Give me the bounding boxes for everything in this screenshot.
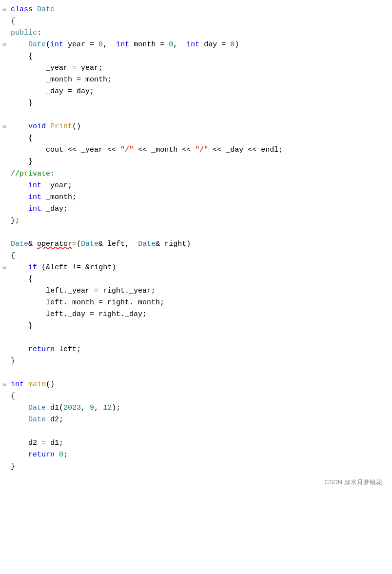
code-line: { — [0, 51, 392, 62]
code-line: _day = day; — [0, 86, 392, 98]
code-content: { — [9, 133, 33, 144]
code-line — [0, 426, 392, 437]
fold-space — [0, 332, 9, 334]
code-content: int _day; — [9, 203, 68, 215]
fold-space — [0, 180, 9, 181]
code-content: return 0; — [9, 449, 68, 460]
code-content: cout << _year << "/" << _month << "/" <<… — [9, 144, 283, 156]
code-content: } — [9, 98, 33, 109]
code-content: _day = day; — [9, 86, 94, 97]
code-line: } — [0, 320, 392, 332]
code-line: _month = month; — [0, 74, 392, 86]
code-line: Date d2; — [0, 414, 392, 426]
code-content: { — [9, 51, 33, 62]
code-line: return 0; — [0, 449, 392, 461]
code-content: { — [9, 16, 15, 27]
code-content — [9, 367, 15, 378]
code-content — [9, 227, 15, 238]
code-content: }; — [9, 215, 20, 226]
fold-space — [0, 16, 9, 17]
code-line: int _year; — [0, 180, 392, 192]
fold-space — [0, 356, 9, 357]
fold-icon[interactable]: ⊟ — [0, 379, 9, 390]
code-line: ⊟ void Print() — [0, 121, 392, 133]
fold-space — [0, 192, 9, 193]
code-line: } — [0, 356, 392, 367]
code-line: } — [0, 461, 392, 473]
fold-space — [0, 414, 9, 416]
fold-icon[interactable]: ⊟ — [0, 121, 9, 132]
fold-space — [0, 320, 9, 322]
fold-space — [0, 437, 9, 439]
fold-space — [0, 461, 9, 462]
code-content: if (&left != &right) — [9, 262, 116, 273]
code-content — [9, 426, 15, 437]
fold-space — [0, 62, 9, 64]
code-content: } — [9, 356, 15, 367]
code-line: { — [0, 250, 392, 262]
fold-space — [0, 285, 9, 287]
code-editor: ⊟ class Date { public: ⊟ Date(int year =… — [0, 0, 392, 492]
code-content: int _year; — [9, 180, 72, 191]
code-line: ⊟ if (&left != &right) — [0, 262, 392, 274]
code-content: { — [9, 391, 15, 402]
fold-space — [0, 238, 9, 240]
code-line: //private: — [0, 168, 392, 180]
code-line: ⊟ class Date — [0, 4, 392, 16]
code-line: d2 = d1; — [0, 437, 392, 449]
code-content: Date d1(2023, 9, 12); — [9, 402, 120, 414]
code-content: } — [9, 156, 33, 167]
fold-space — [0, 274, 9, 275]
fold-space — [0, 449, 9, 451]
code-line: } — [0, 98, 392, 109]
fold-space — [0, 27, 9, 29]
fold-space — [0, 86, 9, 87]
fold-space — [0, 297, 9, 298]
code-line: { — [0, 391, 392, 402]
fold-space — [0, 402, 9, 404]
code-line — [0, 367, 392, 379]
fold-space — [0, 168, 9, 170]
code-line: _year = year; — [0, 62, 392, 74]
fold-space — [0, 344, 9, 345]
code-content: _month = month; — [9, 74, 112, 85]
code-content: Date& operator=(Date& left, Date& right) — [9, 238, 191, 250]
code-content: public: — [9, 27, 41, 39]
code-content: Date d2; — [9, 414, 63, 425]
code-content: class Date — [9, 4, 55, 15]
code-line: left._day = right._day; — [0, 309, 392, 320]
code-content: left._year = right._year; — [9, 285, 156, 297]
fold-space — [0, 227, 9, 228]
fold-icon[interactable]: ⊟ — [0, 4, 9, 15]
code-content: left._month = right._month; — [9, 297, 164, 308]
code-line — [0, 332, 392, 344]
code-content: { — [9, 274, 33, 285]
code-line: left._year = right._year; — [0, 285, 392, 297]
code-line: { — [0, 16, 392, 27]
code-line: int _day; — [0, 203, 392, 215]
code-line: public: — [0, 27, 392, 39]
code-line: ⊟ Date(int year = 0, int month = 0, int … — [0, 39, 392, 51]
code-content: return left; — [9, 344, 81, 355]
code-line: }; — [0, 215, 392, 227]
fold-icon[interactable]: ⊟ — [0, 262, 9, 273]
fold-space — [0, 144, 9, 146]
fold-space — [0, 133, 9, 134]
fold-space — [0, 250, 9, 252]
fold-space — [0, 203, 9, 205]
code-content: Date(int year = 0, int month = 0, int da… — [9, 39, 239, 50]
watermark-text: CSDN @水月梦镜花 — [324, 477, 382, 487]
code-line — [0, 109, 392, 121]
code-content — [9, 332, 15, 343]
code-content: d2 = d1; — [9, 437, 63, 449]
code-line: } — [0, 156, 392, 168]
code-content: } — [9, 461, 15, 472]
fold-space — [0, 215, 9, 217]
code-content: _year = year; — [9, 62, 103, 74]
code-content: //private: — [9, 168, 55, 179]
fold-space — [0, 309, 9, 310]
fold-icon[interactable]: ⊟ — [0, 39, 9, 50]
code-line: left._month = right._month; — [0, 297, 392, 309]
fold-space — [0, 98, 9, 99]
code-content — [9, 109, 15, 120]
